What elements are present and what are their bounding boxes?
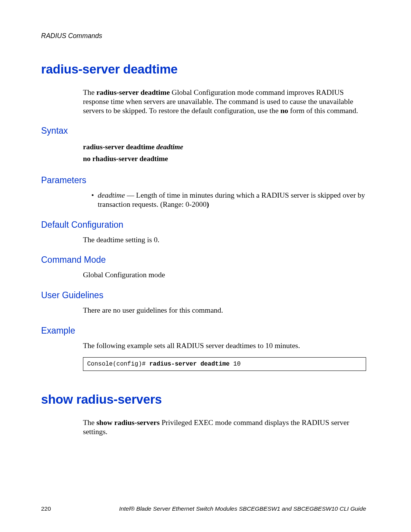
intro-post: form of this command.	[288, 107, 358, 115]
bullet-dot: •	[91, 191, 94, 209]
intro-cmd: radius-server deadtime	[96, 88, 170, 96]
s2-intro-cmd: show radius-servers	[96, 419, 159, 427]
example-text: The following example sets all RADIUS se…	[83, 341, 366, 350]
book-title: Intel® Blade Server Ethernet Switch Modu…	[119, 505, 366, 512]
code-cmd: radius-server deadtime	[149, 361, 229, 367]
heading-default-config: Default Configuration	[41, 220, 366, 230]
parameter-bullet: • deadtime — Length of time in minutes d…	[91, 191, 366, 209]
intro-no: no	[280, 107, 288, 115]
section2-intro: The show radius-servers Privileged EXEC …	[83, 418, 366, 436]
s2-intro-pre: The	[83, 419, 96, 427]
section-title-radius-server-deadtime: radius-server deadtime	[41, 62, 366, 77]
example-code: Console(config)# radius-server deadtime …	[83, 357, 366, 371]
page: RADIUS Commands radius-server deadtime T…	[0, 0, 411, 532]
heading-syntax: Syntax	[41, 126, 366, 136]
page-footer: 220 Intel® Blade Server Ethernet Switch …	[41, 505, 366, 512]
param-desc-pre: — Length of time in minutes during which…	[98, 191, 365, 208]
syntax-block: radius-server deadtime deadtime no rhadi…	[83, 141, 366, 165]
heading-parameters: Parameters	[41, 175, 366, 185]
default-config-text: The deadtime setting is 0.	[83, 235, 366, 244]
parameters-block: • deadtime — Length of time in minutes d…	[83, 191, 366, 209]
example-block: The following example sets all RADIUS se…	[83, 341, 366, 371]
chapter-header: RADIUS Commands	[41, 32, 366, 40]
heading-user-guidelines: User Guidelines	[41, 290, 366, 300]
page-number: 220	[41, 505, 51, 512]
param-desc-post: )	[207, 200, 209, 208]
section-title-show-radius-servers: show radius-servers	[41, 392, 366, 407]
intro-paragraph: The radius-server deadtime Global Config…	[83, 88, 366, 115]
user-guidelines-text: There are no user guidelines for this co…	[83, 306, 366, 315]
default-config-block: The deadtime setting is 0.	[83, 235, 366, 244]
intro-pre: The	[83, 88, 96, 96]
user-guidelines-block: There are no user guidelines for this co…	[83, 306, 366, 315]
param-name: deadtime	[98, 191, 125, 199]
syntax-line1-arg: deadtime	[156, 143, 183, 151]
command-mode-block: Global Configuration mode	[83, 270, 366, 280]
code-prompt: Console(config)#	[87, 361, 149, 367]
command-mode-text: Global Configuration mode	[83, 270, 366, 280]
heading-command-mode: Command Mode	[41, 255, 366, 265]
syntax-line1-cmd: radius-server deadtime	[83, 143, 155, 151]
syntax-line2: no rhadius-server deadtime	[83, 153, 366, 165]
heading-example: Example	[41, 326, 366, 336]
code-arg: 10	[229, 361, 241, 367]
